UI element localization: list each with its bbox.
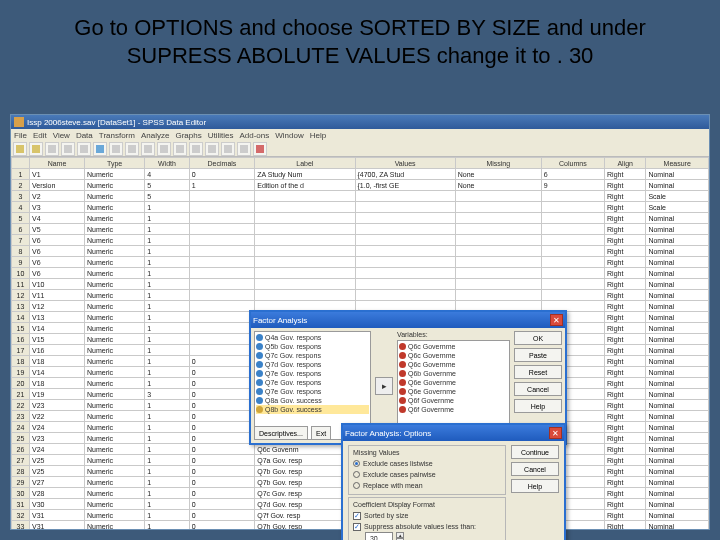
- help-button[interactable]: Help: [511, 479, 559, 493]
- svg-rect-1: [32, 145, 40, 153]
- svg-rect-13: [224, 145, 232, 153]
- toolbar-icon[interactable]: [125, 142, 139, 156]
- toolbar-icon[interactable]: [13, 142, 27, 156]
- list-item[interactable]: Q6b Governme: [399, 369, 508, 378]
- table-row[interactable]: 11V10Numeric1RightNominal: [12, 279, 709, 290]
- radio-exclude-pairwise[interactable]: Exclude cases pairwise: [353, 469, 501, 480]
- table-row[interactable]: 12V11Numeric1RightNominal: [12, 290, 709, 301]
- variable-icon: [399, 379, 406, 386]
- options-titlebar[interactable]: Factor Analysis: Options ✕: [343, 425, 564, 441]
- close-icon[interactable]: ✕: [550, 314, 563, 326]
- column-header[interactable]: Missing: [455, 158, 541, 169]
- missing-legend: Missing Values: [353, 449, 501, 456]
- toolbar[interactable]: [11, 141, 709, 157]
- threshold-value[interactable]: .30: [365, 532, 393, 540]
- reset-button[interactable]: Reset: [514, 365, 562, 379]
- menu-data[interactable]: Data: [76, 131, 93, 140]
- toolbar-icon[interactable]: [189, 142, 203, 156]
- column-header[interactable]: Decimals: [189, 158, 255, 169]
- toolbar-icon[interactable]: [29, 142, 43, 156]
- column-header[interactable]: Name: [30, 158, 85, 169]
- list-item[interactable]: Q6f Governme: [399, 405, 508, 414]
- list-item[interactable]: Q7d Gov. respons: [256, 360, 369, 369]
- table-row[interactable]: 10V6Numeric1RightNominal: [12, 268, 709, 279]
- variable-icon: [256, 388, 263, 395]
- variable-icon: [256, 379, 263, 386]
- table-row[interactable]: 5V4Numeric1RightNominal: [12, 213, 709, 224]
- toolbar-icon[interactable]: [77, 142, 91, 156]
- column-header[interactable]: [12, 158, 30, 169]
- list-item[interactable]: Q8a Gov. success: [256, 396, 369, 405]
- cancel-button[interactable]: Cancel: [511, 462, 559, 476]
- check-suppress-values[interactable]: Suppress absolute values less than:: [353, 521, 501, 532]
- fa-titlebar[interactable]: Factor Analysis ✕: [251, 312, 565, 328]
- menu-graphs[interactable]: Graphs: [175, 131, 201, 140]
- close-icon[interactable]: ✕: [549, 427, 562, 439]
- table-row[interactable]: 9V6Numeric1RightNominal: [12, 257, 709, 268]
- toolbar-icon[interactable]: [205, 142, 219, 156]
- suppress-threshold-field[interactable]: .30 ▴▾: [365, 532, 501, 540]
- table-row[interactable]: 2VersionNumeric51Edition of the d{1.0, -…: [12, 180, 709, 191]
- column-header[interactable]: Values: [355, 158, 455, 169]
- list-item[interactable]: Q6f Governme: [399, 396, 508, 405]
- cancel-button[interactable]: Cancel: [514, 382, 562, 396]
- column-header[interactable]: Align: [605, 158, 646, 169]
- radio-exclude-listwise[interactable]: Exclude cases listwise: [353, 458, 501, 469]
- list-item[interactable]: Q5b Gov. respons: [256, 342, 369, 351]
- toolbar-icon[interactable]: [221, 142, 235, 156]
- list-item[interactable]: Q6e Governme: [399, 387, 508, 396]
- toolbar-icon[interactable]: [93, 142, 107, 156]
- toolbar-icon[interactable]: [157, 142, 171, 156]
- svg-rect-0: [16, 145, 24, 153]
- toolbar-icon[interactable]: [45, 142, 59, 156]
- table-row[interactable]: 7V6Numeric1RightNominal: [12, 235, 709, 246]
- list-item[interactable]: Q4a Gov. respons: [256, 333, 369, 342]
- list-item[interactable]: Q7c Gov. respons: [256, 351, 369, 360]
- menu-transform[interactable]: Transform: [99, 131, 135, 140]
- list-item[interactable]: Q8b Gov. success: [256, 405, 369, 414]
- continue-button[interactable]: Continue: [511, 445, 559, 459]
- extraction-button[interactable]: Ext: [311, 426, 331, 440]
- menu-help[interactable]: Help: [310, 131, 326, 140]
- menu-view[interactable]: View: [53, 131, 70, 140]
- list-item[interactable]: Q6c Governme: [399, 360, 508, 369]
- list-item[interactable]: Q7e Gov. respons: [256, 369, 369, 378]
- table-row[interactable]: 6V5Numeric1RightNominal: [12, 224, 709, 235]
- menu-add-ons[interactable]: Add-ons: [239, 131, 269, 140]
- toolbar-icon[interactable]: [237, 142, 251, 156]
- list-item[interactable]: Q7e Gov. respons: [256, 387, 369, 396]
- column-header[interactable]: Width: [145, 158, 189, 169]
- column-header[interactable]: Measure: [646, 158, 709, 169]
- toolbar-icon[interactable]: [173, 142, 187, 156]
- table-row[interactable]: 8V6Numeric1RightNominal: [12, 246, 709, 257]
- menubar[interactable]: FileEditViewDataTransformAnalyzeGraphsUt…: [11, 129, 709, 141]
- table-row[interactable]: 3V2Numeric5RightScale: [12, 191, 709, 202]
- toolbar-icon[interactable]: [61, 142, 75, 156]
- list-item[interactable]: Q7e Gov. respons: [256, 378, 369, 387]
- radio-replace-mean[interactable]: Replace with mean: [353, 480, 501, 491]
- column-header[interactable]: Type: [85, 158, 145, 169]
- paste-button[interactable]: Paste: [514, 348, 562, 362]
- toolbar-icon[interactable]: [141, 142, 155, 156]
- descriptives-button[interactable]: Descriptives...: [254, 426, 308, 440]
- list-item[interactable]: Q6c Governme: [399, 342, 508, 351]
- menu-analyze[interactable]: Analyze: [141, 131, 169, 140]
- table-row[interactable]: 4V3Numeric1RightScale: [12, 202, 709, 213]
- menu-window[interactable]: Window: [275, 131, 303, 140]
- table-row[interactable]: 1V1Numeric40ZA Study Num{4700, ZA StudNo…: [12, 169, 709, 180]
- menu-file[interactable]: File: [14, 131, 27, 140]
- transfer-right-button[interactable]: ▸: [375, 377, 393, 395]
- menu-utilities[interactable]: Utilities: [208, 131, 234, 140]
- menu-edit[interactable]: Edit: [33, 131, 47, 140]
- list-item[interactable]: Q6c Governme: [399, 351, 508, 360]
- column-header[interactable]: Label: [255, 158, 355, 169]
- ok-button[interactable]: OK: [514, 331, 562, 345]
- fa-title: Factor Analysis: [253, 316, 307, 325]
- fa-variables-label: Variables:: [397, 331, 510, 338]
- help-button[interactable]: Help: [514, 399, 562, 413]
- list-item[interactable]: Q6e Governme: [399, 378, 508, 387]
- column-header[interactable]: Columns: [541, 158, 604, 169]
- toolbar-icon[interactable]: [109, 142, 123, 156]
- check-sorted-by-size[interactable]: Sorted by size: [353, 510, 501, 521]
- toolbar-icon[interactable]: [253, 142, 267, 156]
